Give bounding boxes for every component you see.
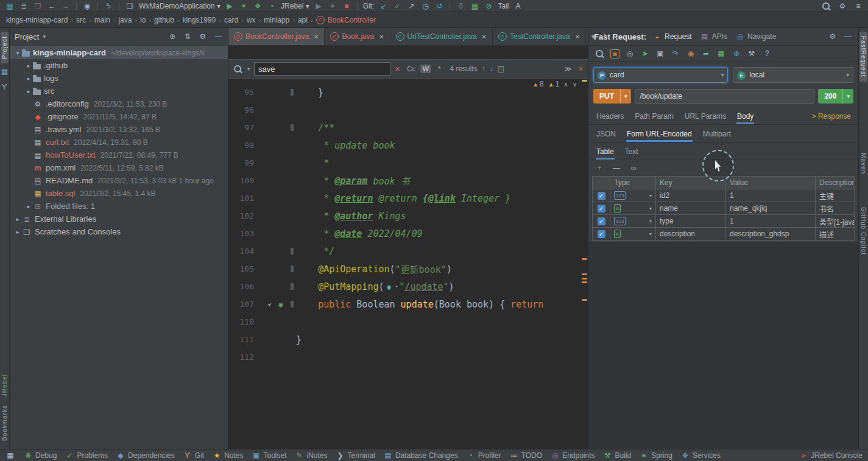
cell-type[interactable]: 123▾	[610, 189, 656, 202]
breadcrumb-item[interactable]: kings-miniapp-card	[6, 16, 68, 24]
fold-marker[interactable]	[291, 283, 294, 290]
tree-item-table-sql[interactable]: ▦table.sql2021/3/2, 15:45, 1.4 kB	[10, 187, 228, 200]
cell-key[interactable]: name	[656, 202, 726, 214]
statusbar-jrebel-console[interactable]: ➢JRebel Console	[799, 451, 863, 460]
panel-settings-icon[interactable]: ⚙	[198, 32, 208, 41]
code-line-100[interactable]: 100 * @param book 书	[228, 172, 588, 189]
next-issue-icon[interactable]: ∨	[573, 81, 577, 88]
breadcrumb-item[interactable]: github	[154, 16, 174, 24]
fast-request-tab-navigate[interactable]: ◎Navigate	[735, 32, 776, 41]
tree-item-external-libraries[interactable]: ▸≣External Libraries	[10, 213, 228, 225]
search-everywhere-icon[interactable]	[822, 2, 830, 10]
request-tab-body[interactable]: Body	[736, 108, 754, 124]
fr-bulk-edit-icon[interactable]: ▦	[716, 49, 726, 58]
request-tab-url-params[interactable]: URL Params	[684, 108, 727, 124]
code-line-112[interactable]: 112	[228, 348, 588, 366]
jrebel-reload-icon[interactable]: ➢	[263, 297, 277, 311]
debug-with-jrebel-icon[interactable]: ✶	[328, 1, 337, 11]
code-line-105[interactable]: 105 @ApiOperation("更新book")	[228, 260, 588, 278]
fr-settings-icon[interactable]: ⚙	[828, 32, 838, 41]
statusbar-profiler[interactable]: ◔Profiler	[466, 451, 501, 460]
cell-description[interactable]: 描述	[816, 228, 854, 240]
stripe-pull-requests-icon[interactable]: ϒ	[0, 82, 10, 92]
main-menu-icon[interactable]: ≣	[19, 1, 29, 11]
view-tab-table[interactable]: Table	[596, 144, 615, 160]
screen-cast-icon[interactable]: ❒	[33, 1, 43, 11]
cell-value[interactable]: description_ghdsp	[726, 228, 816, 240]
inspection-warning-badge[interactable]: ▲8	[532, 80, 544, 88]
tabs-dropdown-icon[interactable]: ▾	[591, 32, 595, 41]
code-line-110[interactable]: 110	[228, 313, 588, 331]
api-mapping-icon[interactable]: ◉	[276, 300, 286, 309]
statusbar-endpoints[interactable]: ◎Endpoints	[550, 451, 595, 460]
stripe-maven[interactable]: Maven	[859, 149, 867, 178]
statusbar-inotes[interactable]: ✎iNotes	[295, 451, 328, 460]
close-tab-icon[interactable]: ✕	[379, 33, 384, 40]
statusbar-toolset[interactable]: ▣Toolset	[252, 451, 287, 460]
tree-item--travis-yml[interactable]: ▤.travis.yml2021/3/2, 13:32, 165 B	[10, 123, 228, 136]
find-toggle-cc[interactable]: Cc	[404, 65, 417, 73]
body-tab-json[interactable]: JSON	[596, 126, 616, 142]
fast-request-tab-apis[interactable]: ▤APIs	[700, 32, 727, 41]
url-input[interactable]: /book/update	[635, 89, 815, 104]
text-tool-icon[interactable]: A	[513, 1, 523, 11]
cell-type[interactable]: 123▾	[610, 215, 656, 227]
fold-marker[interactable]	[291, 248, 294, 255]
tabs-more-icon[interactable]: ⋮	[601, 32, 608, 41]
editor-scrollbar[interactable]	[581, 79, 588, 449]
fr-send-icon[interactable]: ➤	[640, 49, 650, 58]
code-line-102[interactable]: 102 * @author Kings	[228, 207, 588, 225]
response-status-button[interactable]: 200 ▾	[818, 89, 853, 104]
tree-item-curl-txt[interactable]: ▤curl.txt2022/4/14, 19:31, 80 B	[10, 136, 228, 149]
project-view-dropdown-icon[interactable]: ▾	[43, 33, 46, 40]
hide-panel-icon[interactable]: —	[213, 32, 223, 41]
editor-tab-urltestcontroller-java[interactable]: CUrlTestController.java✕	[390, 28, 493, 45]
url-inlay-icon[interactable]: ◉	[384, 282, 394, 292]
request-tab-headers[interactable]: Headers	[596, 108, 624, 124]
params-table-row-name[interactable]: ✓A▾namename_qkjiq书名	[593, 202, 854, 214]
back-icon[interactable]: ←	[47, 1, 57, 11]
editor-tab-bookcontroller-java[interactable]: CBookController.java✕	[228, 28, 325, 45]
collapse-all-icon[interactable]: ⇅	[183, 32, 192, 41]
statusbar-build[interactable]: ⚒Build	[603, 451, 632, 460]
breadcrumb-item[interactable]: api	[298, 16, 308, 24]
fr-help-icon[interactable]: ?	[762, 49, 772, 58]
stripe-structure-icon[interactable]: ▦	[0, 66, 10, 76]
view-tab-text[interactable]: Text	[624, 144, 639, 160]
row-checkbox[interactable]: ✓	[598, 230, 605, 238]
fold-marker[interactable]	[291, 301, 294, 308]
tree-item-project-root[interactable]: ▾kings-miniapp-card~/develop/workspace-k…	[10, 46, 228, 59]
find-toggle--[interactable]: .*	[434, 65, 443, 73]
coverage-icon[interactable]: ❖	[253, 1, 263, 11]
close-tab-icon[interactable]: ✕	[482, 33, 487, 40]
previous-issue-icon[interactable]: ∧	[563, 81, 568, 88]
cell-type[interactable]: A▾	[610, 228, 656, 240]
code-block-icon[interactable]: {}	[456, 1, 465, 11]
cell-key[interactable]: id2	[656, 189, 726, 202]
type-dropdown-icon[interactable]: ▾	[649, 231, 652, 237]
row-checkbox[interactable]: ✓	[598, 192, 605, 200]
code-line-111[interactable]: 111}	[228, 331, 588, 348]
tree-item--github[interactable]: ▸.github	[10, 59, 228, 72]
select-all-occurrences-icon[interactable]: ◫	[498, 65, 504, 73]
debug-icon[interactable]: ✶	[239, 1, 249, 11]
fold-marker[interactable]	[291, 266, 294, 272]
find-next-icon[interactable]: ↓	[490, 65, 493, 73]
disable-icon[interactable]: ⊘	[484, 1, 493, 11]
cell-value[interactable]: 1	[726, 189, 816, 202]
code-line-97[interactable]: 97 /**	[228, 119, 588, 136]
close-tab-icon[interactable]: ✕	[314, 33, 319, 40]
settings-gear-icon[interactable]: ⚙	[838, 1, 847, 11]
code-line-104[interactable]: 104 */	[228, 242, 588, 260]
type-dropdown-icon[interactable]: ▾	[649, 206, 652, 211]
run-configuration-select[interactable]: WxMaDemoApplication ▾	[139, 2, 221, 10]
git-history-icon[interactable]: ◷	[420, 1, 430, 11]
statusbar-database-changes[interactable]: ▤Database Changes	[383, 451, 458, 460]
stripe-jrebel[interactable]: JRebel	[1, 370, 9, 401]
stripe-project[interactable]: Project	[1, 32, 9, 63]
fold-marker[interactable]	[291, 89, 294, 96]
type-dropdown-icon[interactable]: ▾	[649, 219, 652, 224]
tree-item--editorconfig[interactable]: ⚙.editorconfig2021/3/2, 11:53, 230 B	[10, 97, 228, 110]
row-checkbox[interactable]: ✓	[598, 205, 605, 213]
cell-type[interactable]: A▾	[610, 202, 656, 214]
